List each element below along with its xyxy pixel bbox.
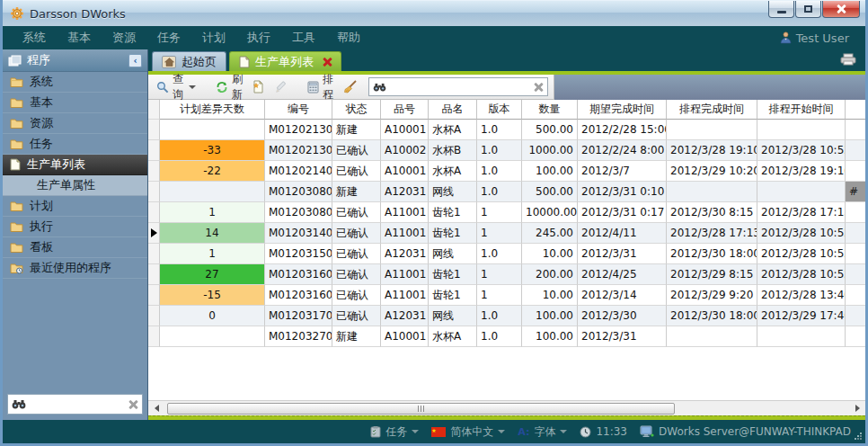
cell-sched_start[interactable] — [757, 182, 846, 202]
cell-diff[interactable]: 14 — [160, 223, 265, 244]
cell-status[interactable]: 已确认 — [332, 202, 381, 223]
cell-version[interactable]: 1 — [477, 202, 522, 223]
cell-sched_start[interactable]: 2012/3/28 10:52 — [757, 264, 846, 285]
cell-item_no[interactable]: A12031 — [381, 306, 429, 326]
cell-sched_end[interactable]: 2012/3/29 8:15 — [667, 264, 757, 285]
row-selector[interactable] — [148, 161, 160, 182]
cell-extra[interactable] — [846, 202, 865, 223]
row-selector[interactable] — [148, 326, 160, 347]
cell-expect[interactable]: 2012/3/30 — [578, 306, 667, 326]
cell-diff[interactable]: -33 — [160, 140, 265, 161]
cell-version[interactable]: 1.0 — [477, 182, 522, 202]
column-header-sched_end[interactable]: 排程完成时间 — [667, 100, 757, 120]
row-selector[interactable] — [148, 306, 160, 326]
cell-item_no[interactable]: A12031 — [381, 182, 429, 202]
menu-planning[interactable]: 计划 — [191, 30, 236, 46]
horizontal-scrollbar[interactable] — [148, 400, 865, 415]
cell-version[interactable]: 1 — [477, 285, 522, 306]
cell-qty[interactable]: 10.00 — [522, 285, 578, 306]
sidebar-item-recent-programs[interactable]: 最近使用的程序 — [3, 258, 147, 279]
new-button[interactable] — [250, 78, 268, 95]
cell-diff[interactable]: 27 — [160, 264, 265, 285]
cell-qty[interactable]: 100.00 — [522, 326, 578, 347]
cell-extra[interactable] — [846, 306, 865, 326]
column-header-status[interactable]: 状态 — [332, 100, 381, 120]
cell-code[interactable]: M012031501 — [265, 244, 332, 264]
cell-item_name[interactable]: 齿轮1 — [429, 202, 477, 223]
cell-sched_start[interactable]: 2012/3/29 17:46 — [757, 306, 846, 326]
sidebar-collapse-button[interactable]: ‹ — [128, 54, 142, 67]
cell-item_name[interactable]: 网线 — [429, 182, 477, 202]
cell-expect[interactable]: 2012/3/31 0:10 — [578, 182, 667, 202]
cell-sched_end[interactable]: 2012/3/30 18:00 — [667, 244, 757, 264]
cell-extra[interactable] — [846, 326, 865, 347]
column-header-qty[interactable]: 数量 — [522, 100, 578, 120]
grid-row[interactable]: M012021301新建A10001水杯A1.0500.002012/2/28 … — [148, 120, 865, 140]
grid-row[interactable]: -33M012021302已确认A10002水杯B1.01000.002012/… — [148, 140, 865, 161]
minimize-button[interactable] — [768, 1, 794, 18]
cell-extra[interactable] — [846, 264, 865, 285]
row-selector[interactable] — [148, 140, 160, 161]
cell-diff[interactable]: -22 — [160, 161, 265, 182]
cell-sched_end[interactable]: 2012/3/29 9:20 — [667, 285, 757, 306]
cell-code[interactable]: M012031601 — [265, 264, 332, 285]
cell-item_name[interactable]: 水杯B — [429, 140, 477, 161]
language-menu[interactable]: 简体中文 — [431, 424, 505, 440]
column-header-item_no[interactable]: 品号 — [381, 100, 429, 120]
cell-expect[interactable]: 2012/3/31 0:17 — [578, 202, 667, 223]
toolbar-search-input[interactable] — [390, 81, 529, 94]
cell-code[interactable]: M012030801 — [265, 182, 332, 202]
menu-system[interactable]: 系统 — [12, 30, 57, 46]
cell-code[interactable]: M012021301 — [265, 120, 332, 140]
cell-code[interactable]: M012031402 — [265, 223, 332, 244]
cell-sched_end[interactable]: 2012/3/30 8:15 — [667, 202, 757, 223]
query-button[interactable]: 查询 — [154, 70, 199, 104]
cell-item_name[interactable]: 网线 — [429, 244, 477, 264]
cell-diff[interactable]: 0 — [160, 306, 265, 326]
scrollbar-thumb[interactable] — [167, 403, 675, 415]
cell-version[interactable]: 1.0 — [477, 326, 522, 347]
cell-item_no[interactable]: A10001 — [381, 120, 429, 140]
cell-status[interactable]: 新建 — [332, 120, 381, 140]
grid-row[interactable]: 1M012030802已确认A11001齿轮1110000.002012/3/3… — [148, 202, 865, 223]
cell-code[interactable]: M012032701 — [265, 326, 332, 347]
grid-row[interactable]: -15M012031602已确认A11001齿轮1110.002012/3/14… — [148, 285, 865, 306]
cell-expect[interactable]: 2012/3/31 — [578, 244, 667, 264]
cell-code[interactable]: M012031602 — [265, 285, 332, 306]
sidebar-item-system[interactable]: 系统 — [3, 72, 147, 93]
column-header-expect[interactable]: 期望完成时间 — [578, 100, 667, 120]
cell-sched_end[interactable]: 2012/3/29 10:20 — [667, 161, 757, 182]
tab-start-page[interactable]: 起始页 — [152, 51, 226, 71]
sidebar-item-execution[interactable]: 执行 — [3, 217, 147, 237]
font-menu[interactable]: A: 字体 — [518, 424, 567, 440]
cell-sched_end[interactable] — [667, 182, 757, 202]
cell-expect[interactable]: 2012/3/14 — [578, 285, 667, 306]
row-selector[interactable] — [148, 264, 160, 285]
cell-version[interactable]: 1.0 — [477, 306, 522, 326]
sidebar-search-box[interactable] — [7, 394, 143, 415]
tab-close-icon[interactable] — [323, 58, 332, 67]
grid-row[interactable]: 14M012031402已确认A11001齿轮11245.002012/4/11… — [148, 223, 865, 244]
cell-status[interactable]: 已确认 — [332, 306, 381, 326]
cell-extra[interactable] — [846, 244, 865, 264]
cell-sched_start[interactable]: 2012/3/28 17:13 — [757, 202, 846, 223]
cell-qty[interactable]: 10.00 — [522, 244, 578, 264]
cell-code[interactable]: M012030802 — [265, 202, 332, 223]
cell-qty[interactable]: 245.00 — [522, 223, 578, 244]
toolbar-search-clear-icon[interactable] — [533, 82, 544, 93]
sidebar-item-kanban[interactable]: 看板 — [3, 237, 147, 258]
cell-item_no[interactable]: A11001 — [381, 264, 429, 285]
cell-sched_start[interactable] — [757, 326, 846, 347]
clean-button[interactable] — [341, 78, 360, 95]
cell-expect[interactable]: 2012/3/7 — [578, 161, 667, 182]
cell-status[interactable]: 已确认 — [332, 264, 381, 285]
menu-help[interactable]: 帮助 — [326, 30, 371, 46]
cell-expect[interactable]: 2012/2/24 8:00 — [578, 140, 667, 161]
column-header-diff[interactable]: 计划差异天数 — [160, 100, 265, 120]
resize-grip[interactable] — [854, 432, 863, 441]
menu-tasks[interactable]: 任务 — [146, 30, 191, 46]
grid-row[interactable]: M012032701新建A10001水杯A1.0100.002012/3/31 — [148, 326, 865, 347]
cell-item_no[interactable]: A10001 — [381, 161, 429, 182]
current-row-marker[interactable] — [148, 223, 160, 244]
edit-button[interactable] — [272, 79, 290, 95]
